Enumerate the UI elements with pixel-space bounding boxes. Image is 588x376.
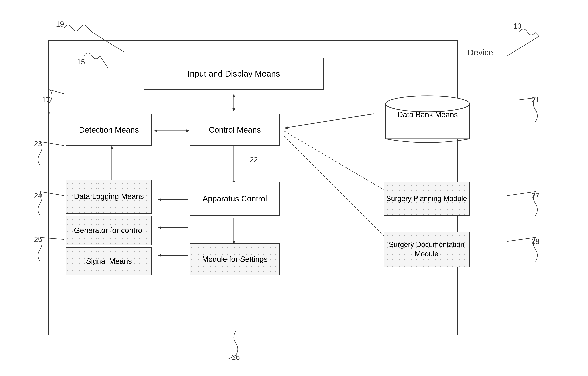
ref-17: 17 [42,96,50,104]
ref-25: 25 [34,236,42,244]
surgery-planning-box: Surgery Planning Module [384,182,469,216]
generator-box: Generator for control [66,216,152,245]
ref-23: 23 [34,140,42,148]
signal-box: Signal Means [66,248,152,275]
diagram: 19 15 17 13 21 22 23 24 25 26 27 28 Devi… [24,16,563,359]
detection-box: Detection Means [66,114,152,146]
ref-27: 27 [532,192,539,200]
ref-22: 22 [250,156,258,164]
device-label: Device [468,48,493,57]
input-display-box: Input and Display Means [144,58,324,90]
data-bank-label: Data Bank Means [384,110,471,120]
ref-24: 24 [34,192,42,200]
ref-21: 21 [532,96,539,104]
surgery-doc-box: Surgery Documentation Module [384,231,469,267]
ref-26: 26 [232,353,240,362]
apparatus-box: Apparatus Control [190,182,280,216]
module-settings-box: Module for Settings [190,243,280,275]
data-logging-box: Data Logging Means [66,180,152,214]
svg-point-25 [386,96,469,112]
ref-28: 28 [532,238,539,246]
ref-15: 15 [77,58,85,66]
ref-13: 13 [513,22,522,30]
control-box: Control Means [190,114,280,146]
ref-19: 19 [56,20,64,28]
data-bank-box: Data Bank Means [384,94,471,146]
